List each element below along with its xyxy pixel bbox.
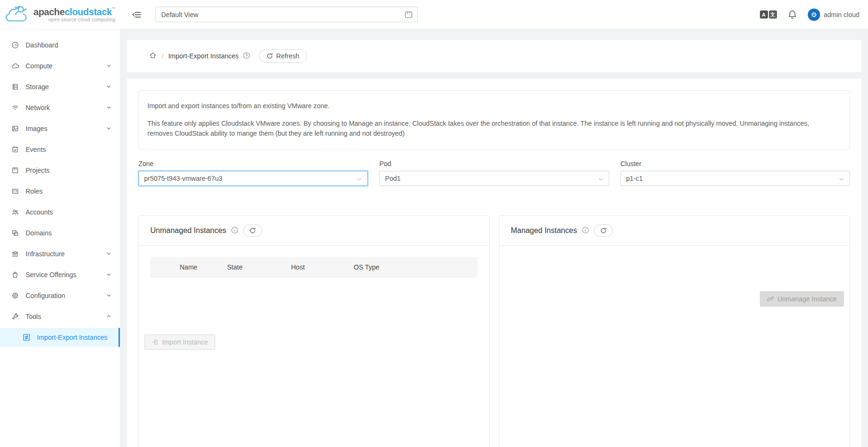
chevron-down-icon	[839, 176, 844, 184]
sidebar-item-label: Network	[26, 104, 50, 112]
zone-select[interactable]: pr5075-t943-vmware-67u3	[138, 171, 368, 186]
sidebar-item-label: Accounts	[26, 208, 53, 216]
sidebar-item-label: Infrastructure	[26, 250, 64, 258]
selector-column-header	[150, 257, 176, 277]
main-content: / Import-Export Instances Refresh Import…	[120, 29, 868, 447]
sidebar-item-infrastructure[interactable]: Infrastructure	[0, 244, 120, 263]
managed-panel-title: Managed Instances	[511, 226, 577, 235]
sidebar-item-accounts[interactable]: Accounts	[0, 203, 120, 222]
link-break-icon	[767, 296, 774, 302]
unmanaged-instances-panel: Unmanaged Instances NameStateHostOS Type	[138, 215, 490, 447]
column-header-os-type: OS Type	[350, 257, 478, 277]
view-selector-value: Default View	[161, 11, 198, 19]
sidebar-item-label: Configuration	[26, 292, 65, 299]
unmanaged-panel-title: Unmanaged Instances	[150, 226, 226, 235]
import-instance-button[interactable]: Import Instance	[145, 335, 215, 350]
chevron-down-icon	[106, 105, 111, 110]
sidebar-item-label: Roles	[26, 187, 43, 195]
user-name: admin cloud	[824, 11, 860, 19]
chevron-down-icon	[106, 293, 111, 298]
sidebar-item-label: Events	[26, 146, 46, 153]
home-icon[interactable]	[149, 51, 157, 61]
dashboard-icon	[11, 41, 19, 49]
managed-pagination	[500, 272, 850, 288]
sidebar-item-network[interactable]: Network	[0, 98, 120, 117]
bank-icon	[11, 250, 19, 258]
sidebar-item-label: Import-Export Instances	[37, 334, 108, 341]
tool-icon	[11, 313, 19, 320]
sidebar-item-label: Storage	[26, 83, 49, 91]
cluster-filter: Cluster p1-c1	[621, 160, 850, 186]
unmanage-instance-button[interactable]: Unmanage Instance	[760, 291, 844, 307]
chevron-up-icon	[106, 314, 111, 319]
view-selector[interactable]: Default View	[155, 7, 418, 22]
page-title: Import-Export Instances	[168, 52, 239, 60]
sidebar-item-domains[interactable]: Domains	[0, 224, 120, 242]
breadcrumb: / Import-Export Instances Refresh	[127, 40, 861, 72]
reload-icon	[249, 227, 256, 234]
sidebar-item-projects[interactable]: Projects	[0, 161, 120, 180]
import-icon	[152, 339, 158, 345]
sidebar-nav: DashboardComputeStorageNetworkImagesEven…	[0, 29, 120, 447]
zone-label: Zone	[138, 160, 368, 168]
team-icon	[11, 208, 19, 216]
sidebar-item-label: Compute	[26, 62, 53, 70]
sidebar-item-import-export-instances[interactable]: Import-Export Instances	[0, 328, 120, 347]
sidebar-item-tools[interactable]: Tools	[0, 307, 120, 326]
help-icon[interactable]	[243, 52, 250, 61]
sidebar-item-service-offerings[interactable]: Service Offerings	[0, 265, 120, 284]
sidebar-item-storage[interactable]: Storage	[0, 77, 120, 96]
managed-refresh-button[interactable]	[594, 224, 613, 237]
top-bar: apachecloudstack™ open source cloud comp…	[0, 0, 868, 29]
managed-instances-panel: Managed Instances	[499, 215, 850, 447]
refresh-button[interactable]: Refresh	[259, 49, 307, 63]
cloudstack-logo[interactable]: apachecloudstack™ open source cloud comp…	[0, 0, 120, 29]
info-icon[interactable]	[582, 226, 589, 235]
sidebar-item-compute[interactable]: Compute	[0, 56, 120, 75]
wifi-icon	[11, 104, 19, 112]
user-menu[interactable]: admin cloud	[808, 9, 860, 21]
user-avatar	[808, 9, 820, 21]
chevron-down-icon	[106, 126, 111, 131]
cluster-select[interactable]: p1-c1	[621, 171, 850, 186]
chevron-down-icon	[106, 63, 111, 68]
cloud-monkey-logo-icon	[5, 5, 30, 24]
column-header-state: State	[223, 257, 287, 277]
pod-filter: Pod Pod1	[379, 160, 609, 186]
reload-icon	[266, 53, 273, 59]
translate-cjk-glyph: 文	[769, 10, 777, 19]
block-icon	[11, 229, 19, 237]
info-icon[interactable]	[231, 226, 238, 235]
reload-icon	[600, 227, 607, 234]
setting-icon	[11, 292, 19, 299]
sidebar-item-dashboard[interactable]: Dashboard	[0, 36, 120, 55]
translate-icon[interactable]: A 文	[760, 10, 777, 19]
unmanaged-instances-table: NameStateHostOS Type	[150, 257, 478, 278]
chevron-down-icon	[106, 251, 111, 256]
database-icon	[11, 83, 19, 91]
sidebar-item-label: Domains	[26, 229, 52, 237]
sidebar-item-label: Dashboard	[26, 41, 58, 49]
description-line-2: This feature only applies Cloudstack VMw…	[147, 119, 821, 139]
cloud-icon	[11, 62, 19, 70]
sidebar-item-images[interactable]: Images	[0, 119, 120, 138]
logo-tagline: open source cloud computing	[34, 18, 116, 22]
shopping-icon	[11, 271, 19, 279]
picture-icon	[11, 125, 19, 132]
sidebar-item-label: Projects	[26, 167, 50, 174]
sidebar-item-label: Images	[26, 125, 47, 132]
sidebar-item-configuration[interactable]: Configuration	[0, 286, 120, 305]
menu-fold-icon[interactable]	[132, 10, 141, 19]
unmanaged-refresh-button[interactable]	[243, 224, 262, 237]
zone-filter: Zone pr5075-t943-vmware-67u3	[138, 160, 368, 186]
notifications-bell-icon[interactable]	[787, 9, 797, 19]
pod-select[interactable]: Pod1	[379, 171, 609, 186]
logo-wordmark: apachecloudstack™	[34, 7, 116, 17]
import-export-card: Import and export instances to/from an e…	[127, 79, 861, 447]
project-view-icon[interactable]	[404, 10, 413, 20]
project-icon	[11, 167, 19, 174]
sidebar-item-roles[interactable]: Roles	[0, 182, 120, 201]
idcard-icon	[11, 187, 19, 195]
feature-description: Import and export instances to/from an e…	[138, 90, 850, 149]
sidebar-item-events[interactable]: Events	[0, 140, 120, 159]
